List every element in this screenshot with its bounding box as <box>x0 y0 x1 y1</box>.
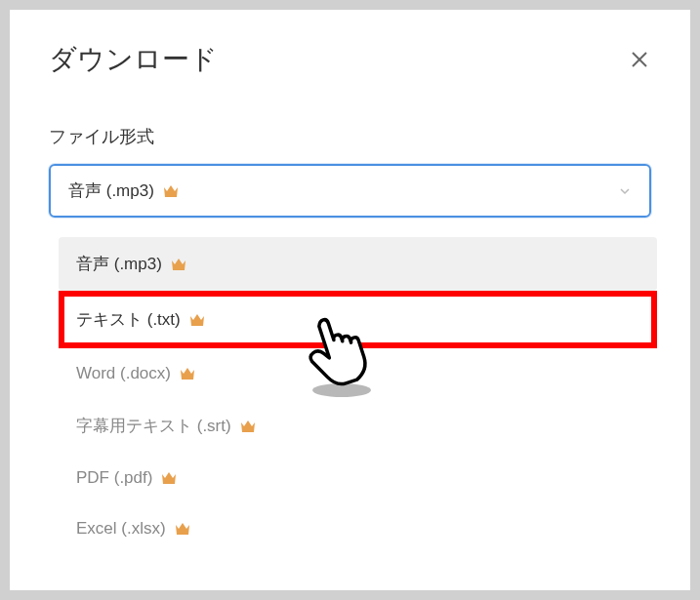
crown-icon <box>188 312 206 328</box>
option-label: PDF (.pdf) <box>76 468 152 488</box>
dropdown-option-srt[interactable]: 字幕用テキスト (.srt) <box>59 399 657 453</box>
crown-icon <box>162 183 180 199</box>
close-icon <box>631 51 648 68</box>
option-label: テキスト (.txt) <box>76 308 181 331</box>
chevron-down-icon <box>618 184 632 198</box>
download-modal: ダウンロード ファイル形式 音声 (.mp3) 音声 (.mp3) <box>10 10 690 590</box>
file-format-select[interactable]: 音声 (.mp3) <box>49 164 651 218</box>
option-label: Word (.docx) <box>76 364 171 383</box>
modal-title: ダウンロード <box>49 41 218 78</box>
file-format-label: ファイル形式 <box>49 125 651 148</box>
select-value-text: 音声 (.mp3) <box>68 180 154 202</box>
dropdown-option-mp3[interactable]: 音声 (.mp3) <box>59 237 657 291</box>
dropdown-option-docx[interactable]: Word (.docx) <box>59 348 657 399</box>
crown-icon <box>179 366 196 381</box>
dropdown-option-txt[interactable]: テキスト (.txt) <box>59 291 657 348</box>
dropdown-option-pdf[interactable]: PDF (.pdf) <box>59 453 657 503</box>
dropdown-option-xlsx[interactable]: Excel (.xlsx) <box>59 503 657 554</box>
file-format-dropdown: 音声 (.mp3) テキスト (.txt) Word (.docx) 字幕用テキ… <box>59 237 657 554</box>
crown-icon <box>160 470 178 486</box>
crown-icon <box>174 521 191 537</box>
modal-header: ダウンロード <box>49 41 651 78</box>
crown-icon <box>170 257 187 272</box>
crown-icon <box>239 419 257 434</box>
close-button[interactable] <box>628 48 651 71</box>
option-label: 音声 (.mp3) <box>76 253 162 275</box>
option-label: Excel (.xlsx) <box>76 519 166 539</box>
option-label: 字幕用テキスト (.srt) <box>76 415 231 437</box>
select-value: 音声 (.mp3) <box>68 180 180 202</box>
